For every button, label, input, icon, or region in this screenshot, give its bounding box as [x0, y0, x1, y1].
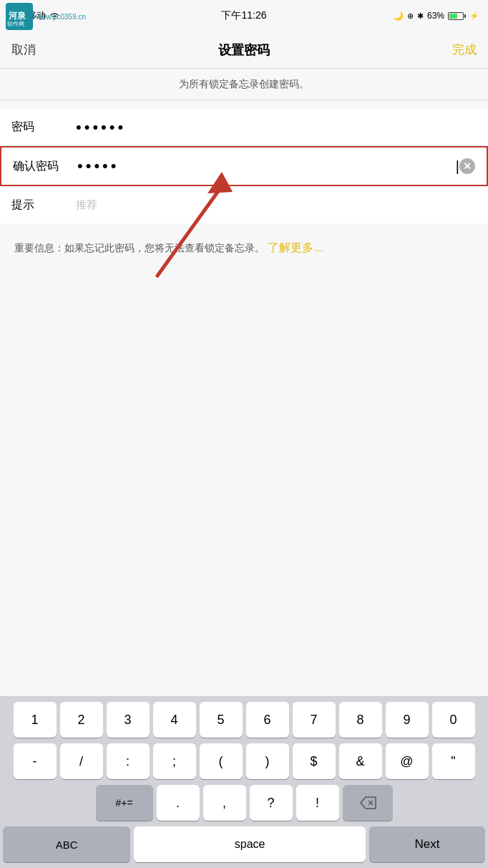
key-slash[interactable]: / — [60, 743, 103, 779]
key-numpad[interactable]: #+= — [96, 785, 153, 821]
backspace-icon — [359, 796, 376, 809]
key-5[interactable]: 5 — [200, 702, 243, 738]
key-next[interactable]: Next — [369, 826, 485, 862]
key-dollar[interactable]: $ — [293, 743, 336, 779]
info-text: 重要信息：如果忘记此密码，您将无法查看锁定备忘录。 — [14, 242, 265, 254]
svg-text:河泉: 河泉 — [9, 11, 26, 21]
key-9[interactable]: 9 — [386, 702, 429, 738]
bluetooth-icon: ✱ — [417, 11, 424, 21]
nav-bar: 取消 设置密码 完成 — [0, 32, 488, 69]
key-exclaim[interactable]: ! — [296, 785, 339, 821]
hint-section: 提示 推荐 — [0, 186, 488, 223]
confirm-password-value: ••••• — [77, 157, 453, 175]
key-ampersand[interactable]: & — [339, 743, 382, 779]
keyboard: 1 2 3 4 5 6 7 8 9 0 - / : ; ( ) $ & @ " … — [0, 696, 488, 868]
status-indicators: 🌙 ⊕ ✱ 63% ⚡ — [393, 11, 479, 21]
keyboard-row-symbols: - / : ; ( ) $ & @ " — [3, 743, 485, 779]
done-button[interactable]: 完成 — [452, 42, 477, 58]
key-lparen[interactable]: ( — [200, 743, 243, 779]
keyboard-row-misc: #+= . , ? ! — [3, 785, 485, 821]
key-6[interactable]: 6 — [246, 702, 289, 738]
key-3[interactable]: 3 — [107, 702, 150, 738]
hint-placeholder: 推荐 — [76, 198, 477, 212]
charging-icon: ⚡ — [469, 11, 479, 21]
hint-row[interactable]: 提示 推荐 — [0, 186, 488, 223]
watermark: 河泉 软件网 www.pc0359.cn — [0, 0, 92, 33]
key-rparen[interactable]: ) — [246, 743, 289, 779]
subtitle-text: 为所有锁定备忘录创建密码。 — [179, 78, 309, 90]
battery-percent: 63% — [427, 11, 444, 21]
info-section: 重要信息：如果忘记此密码，您将无法查看锁定备忘录。 了解更多... — [0, 229, 488, 267]
password-row[interactable]: 密码 •••••• — [0, 109, 488, 146]
battery-icon — [448, 12, 466, 20]
key-4[interactable]: 4 — [153, 702, 196, 738]
key-0[interactable]: 0 — [432, 702, 475, 738]
password-label: 密码 — [11, 120, 76, 135]
watermark-logo: 河泉 软件网 — [6, 3, 33, 30]
key-comma[interactable]: , — [203, 785, 246, 821]
moon-icon: 🌙 — [393, 11, 404, 21]
key-8[interactable]: 8 — [339, 702, 382, 738]
key-period[interactable]: . — [157, 785, 200, 821]
cancel-button[interactable]: 取消 — [11, 42, 36, 58]
key-space[interactable]: space — [134, 826, 366, 862]
hint-label: 提示 — [11, 198, 76, 213]
status-time: 下午11:26 — [221, 9, 266, 22]
status-bar: 河泉 软件网 www.pc0359.cn 中国移动 下午11:26 🌙 ⊕ ✱ … — [0, 0, 488, 32]
key-1[interactable]: 1 — [14, 702, 57, 738]
key-7[interactable]: 7 — [293, 702, 336, 738]
key-dash[interactable]: - — [14, 743, 57, 779]
clear-button[interactable]: ✕ — [459, 158, 475, 174]
location-icon: ⊕ — [407, 11, 414, 21]
key-semicolon[interactable]: ; — [153, 743, 196, 779]
key-abc[interactable]: ABC — [3, 826, 130, 862]
confirm-password-wrapper: 确认密码 ••••• | ✕ — [0, 146, 488, 186]
keyboard-bottom-row: ABC space Next — [3, 826, 485, 862]
svg-text:软件网: 软件网 — [7, 21, 24, 27]
key-colon[interactable]: : — [107, 743, 150, 779]
subtitle-section: 为所有锁定备忘录创建密码。 — [0, 69, 488, 100]
key-quote[interactable]: " — [432, 743, 475, 779]
keyboard-row-numbers: 1 2 3 4 5 6 7 8 9 0 — [3, 702, 485, 738]
key-at[interactable]: @ — [386, 743, 429, 779]
key-question[interactable]: ? — [250, 785, 293, 821]
confirm-password-row[interactable]: 确认密码 ••••• | ✕ — [1, 148, 487, 185]
backspace-key[interactable] — [343, 785, 393, 821]
password-value: •••••• — [76, 118, 477, 137]
confirm-password-label: 确认密码 — [13, 159, 77, 174]
form-section: 密码 •••••• — [0, 109, 488, 146]
info-link[interactable]: 了解更多... — [268, 241, 323, 254]
watermark-url: www.pc0359.cn — [36, 12, 86, 21]
page-title: 设置密码 — [218, 42, 270, 59]
key-2[interactable]: 2 — [60, 702, 103, 738]
